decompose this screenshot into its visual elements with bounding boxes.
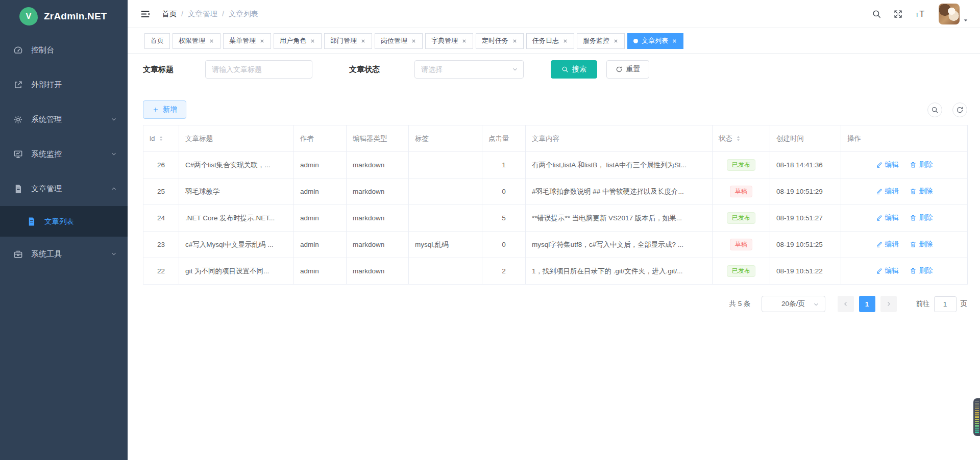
column-header[interactable]: 标签	[409, 125, 482, 152]
cell-content: mysql字符集utf8，c#写入中文后，全部显示成? ...	[526, 232, 713, 258]
cell-id: 25	[143, 178, 179, 205]
close-icon[interactable]	[411, 38, 416, 44]
next-page-button[interactable]	[880, 296, 897, 312]
close-icon[interactable]	[360, 38, 366, 44]
column-header[interactable]: id	[143, 125, 179, 152]
edit-link[interactable]: 编辑	[876, 187, 899, 196]
sidebar-item[interactable]: 文章管理	[0, 171, 128, 206]
scrollbar-stripes	[975, 401, 979, 433]
close-icon[interactable]	[310, 38, 315, 44]
breadcrumb-item[interactable]: 文章列表	[229, 9, 258, 19]
app-title: ZrAdmin.NET	[44, 11, 107, 22]
tab[interactable]: 部门管理	[324, 33, 372, 49]
tab[interactable]: 文章列表	[627, 33, 683, 49]
edit-link[interactable]: 编辑	[876, 213, 899, 222]
column-header[interactable]: 作者	[294, 125, 347, 152]
status-filter-select[interactable]	[414, 60, 524, 79]
table-header-row: id 文章标题	[143, 125, 968, 152]
close-icon[interactable]	[672, 38, 677, 44]
search-icon[interactable]	[872, 9, 881, 19]
prev-page-button[interactable]	[838, 296, 854, 312]
page-number-button[interactable]: 1	[859, 296, 875, 312]
close-icon[interactable]	[562, 38, 568, 44]
sidebar-item[interactable]: 系统管理	[0, 102, 128, 137]
tab[interactable]: 任务日志	[526, 33, 574, 49]
delete-link[interactable]: 删除	[910, 266, 933, 275]
delete-link[interactable]: 删除	[910, 160, 933, 169]
edit-link[interactable]: 编辑	[876, 160, 899, 169]
column-header[interactable]: 文章标题	[179, 125, 294, 152]
close-icon[interactable]	[259, 38, 265, 44]
column-header-label: 作者	[300, 134, 314, 143]
column-header-label: 创建时间	[776, 134, 804, 143]
fullscreen-icon[interactable]	[893, 9, 903, 19]
table-refresh-button[interactable]	[952, 103, 967, 117]
topbar-actions	[872, 4, 969, 24]
close-icon[interactable]	[613, 38, 619, 44]
search-button-label: 搜索	[572, 65, 586, 74]
breadcrumb-item[interactable]: 文章管理	[188, 9, 217, 19]
goto-page-input[interactable]	[934, 296, 957, 312]
tab[interactable]: 定时任务	[476, 33, 524, 49]
sidebar-item[interactable]: 控制台	[0, 33, 128, 67]
delete-link[interactable]: 删除	[910, 187, 933, 196]
app-logo: V ZrAdmin.NET	[0, 0, 128, 33]
sidebar-item[interactable]: 外部打开	[0, 67, 128, 102]
tab[interactable]: 菜单管理	[223, 33, 271, 49]
reset-button-label: 重置	[626, 65, 641, 74]
tab-label: 服务监控	[583, 36, 609, 45]
column-header[interactable]: 文章内容	[526, 125, 713, 152]
sidebar-item-label: 文章列表	[44, 217, 74, 226]
sort-icon[interactable]	[735, 135, 742, 142]
title-filter-input[interactable]	[205, 60, 312, 79]
sidebar-collapse-icon[interactable]	[140, 9, 151, 19]
delete-link-label: 删除	[919, 187, 933, 196]
column-header[interactable]: 状态	[713, 125, 770, 152]
tab[interactable]: 岗位管理	[375, 33, 423, 49]
tab[interactable]: 用户角色	[274, 33, 322, 49]
chevron-down-icon	[110, 185, 117, 192]
delete-link[interactable]: 删除	[910, 213, 933, 222]
close-icon[interactable]	[209, 38, 214, 44]
goto-label: 前往	[916, 299, 930, 309]
column-header[interactable]: 创建时间	[770, 125, 841, 152]
reset-button[interactable]: 重置	[606, 60, 649, 79]
sidebar-item[interactable]: 系统工具	[0, 237, 128, 271]
breadcrumb-item[interactable]: 首页	[162, 9, 177, 19]
tab[interactable]: 权限管理	[173, 33, 220, 49]
tab[interactable]: 字典管理	[425, 33, 473, 49]
column-header[interactable]: 操作	[841, 125, 968, 152]
cell-id: 26	[143, 152, 179, 178]
column-header[interactable]: 编辑器类型	[347, 125, 409, 152]
page-size-select[interactable]: 20条/页	[762, 296, 825, 312]
search-button[interactable]: 搜索	[551, 60, 597, 79]
edit-link[interactable]: 编辑	[876, 266, 899, 275]
sidebar-item[interactable]: 文章列表	[0, 206, 128, 237]
sidebar-item[interactable]: 系统监控	[0, 137, 128, 171]
tab[interactable]: 服务监控	[577, 33, 625, 49]
tab[interactable]: 首页	[144, 33, 170, 49]
table-search-toggle-button[interactable]	[927, 103, 942, 117]
tab-label: 权限管理	[179, 36, 205, 45]
app-layout: V ZrAdmin.NET 控制台 外部打开 系统管理	[0, 0, 980, 460]
column-header-label: 文章标题	[185, 134, 213, 143]
avatar[interactable]	[939, 4, 960, 24]
add-button[interactable]: 新增	[143, 100, 186, 119]
close-icon[interactable]	[512, 38, 518, 44]
column-header[interactable]: 点击量	[482, 125, 526, 152]
status-select-input[interactable]	[414, 60, 524, 79]
close-icon[interactable]	[461, 38, 467, 44]
delete-link[interactable]: 删除	[910, 240, 933, 249]
font-size-icon[interactable]	[915, 9, 927, 19]
user-menu[interactable]	[939, 4, 969, 24]
edit-link-label: 编辑	[885, 240, 899, 249]
sort-icon[interactable]	[158, 135, 164, 142]
status-badge: 已发布	[727, 159, 755, 171]
cell-content: #羽毛球拍参数说明 ## 中管软硬选择以及长度介...	[526, 178, 713, 205]
table-row: 26 C#两个list集合实现关联，... admin markdown 1 有…	[143, 152, 968, 178]
cell-created-time: 08-19 10:51:27	[770, 205, 841, 232]
cell-status: 草稿	[713, 178, 770, 205]
scrollbar-thumb[interactable]	[973, 398, 980, 436]
edit-link-label: 编辑	[885, 266, 899, 275]
edit-link[interactable]: 编辑	[876, 240, 899, 249]
